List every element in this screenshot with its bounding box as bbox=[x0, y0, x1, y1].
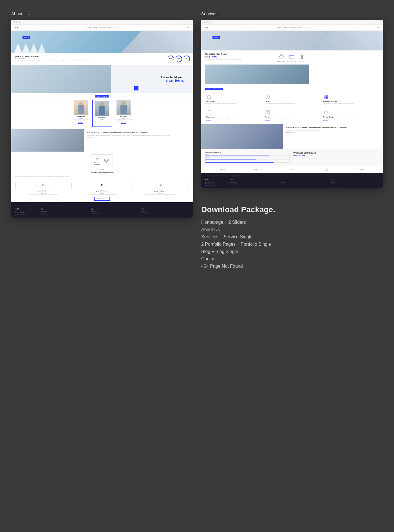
srv-footer-fb[interactable]: f bbox=[205, 182, 207, 184]
srv-menu-icon[interactable]: ≡ bbox=[377, 26, 379, 29]
award-card-loc-2: Oslo, NO bbox=[74, 193, 130, 194]
srv-exp-body: Lorem ipsum dolor sit amet, consectetur … bbox=[286, 130, 379, 131]
experience-body: Lorem ipsum dolor sit amet, consectetur … bbox=[87, 135, 189, 136]
award-content: 1st prize award bbox=[94, 156, 109, 166]
hero-shapes bbox=[11, 43, 193, 53]
jack-read-more[interactable]: Read More bbox=[114, 122, 133, 123]
maria-desc: Lorem ipsum dolor sit amet, consectetur … bbox=[71, 119, 91, 122]
our-services-text: OUR SERVICES bbox=[205, 88, 223, 90]
experience-read-more[interactable]: READ MORE bbox=[87, 138, 189, 139]
ralph-read-more[interactable]: Read More bbox=[93, 125, 111, 126]
partner-klkbase2: klkbase bbox=[357, 169, 364, 170]
architecture-card-title: Architecture bbox=[206, 101, 261, 102]
service-icon-buildings: BUILDINGS bbox=[298, 53, 306, 62]
award-card-body-3: Lorem ipsum dolor sit amet, consectetur … bbox=[133, 194, 189, 196]
award-prize-label: prize bbox=[94, 161, 100, 163]
service-card-concept: Concept Lorem ipsum dolor sit amet, cons… bbox=[264, 93, 321, 107]
concept-read-more[interactable]: Read more bbox=[265, 105, 319, 106]
project-card-body: Lorem ipsum dolor sit amet, consectetur … bbox=[265, 118, 319, 119]
skyscrapers-read-more[interactable]: Read more bbox=[206, 120, 261, 121]
services-logo: 45° bbox=[205, 26, 209, 29]
srv-footer-address: 40 Regents Architecture St 00 bbox=[205, 185, 228, 186]
maria-name: Maria Karlsen bbox=[71, 116, 91, 118]
srv-footer-col-2: 02 Our Blog blog.yourwebsite.com bbox=[281, 178, 328, 186]
browser-dot-1 bbox=[14, 21, 15, 23]
service-card-apartment: Apartment Buildings Lorem ipsum dolor si… bbox=[322, 93, 379, 107]
trophy-icon bbox=[104, 156, 109, 165]
ralph-photo bbox=[95, 101, 109, 116]
team-member-maria: Maria Karlsen Architect Lorem ipsum dolo… bbox=[71, 100, 91, 127]
creativity-pct: 93% bbox=[169, 57, 172, 59]
stat-coding: 73% Coding bbox=[183, 56, 189, 63]
ralph-figure bbox=[95, 101, 109, 116]
service-icon-family: FAMILY HOME bbox=[277, 53, 286, 62]
footer-col-3: 03 Contact info@architects.com bbox=[141, 208, 189, 216]
experience-image bbox=[11, 129, 84, 152]
srv-exp-read-more[interactable]: READ MORE bbox=[286, 132, 379, 134]
service-icon-modern: MODERN HOME bbox=[287, 53, 297, 62]
team-members: Maria Karlsen Architect Lorem ipsum dolo… bbox=[11, 99, 193, 129]
download-title: Download Package. bbox=[201, 205, 383, 214]
about-us-column: About Us 45° HOME PAGES FEATURES PROJECT… bbox=[11, 11, 193, 218]
about-gallery-title: Modern Art Gallery & Museum bbox=[15, 56, 165, 57]
srv-footer-g[interactable]: g bbox=[211, 182, 214, 184]
experience-section: How we manage to become one of the most … bbox=[11, 129, 193, 152]
design-pct: 85% bbox=[177, 57, 180, 59]
srv-footer-col-3: 03 Contact info@architects.com bbox=[331, 178, 379, 186]
award-card-date-3: 04/12/2015 bbox=[133, 190, 189, 191]
dream-bg-image bbox=[11, 65, 111, 93]
load-more-button[interactable]: LOAD MORE bbox=[94, 197, 110, 201]
services-skills-section: ProffesionalData Creativity75% Manage bbox=[201, 149, 383, 166]
nav-projects: PROJECTS bbox=[107, 27, 113, 28]
about-browser-bar bbox=[11, 20, 193, 25]
award-mini-3: 1st prize award bbox=[133, 182, 189, 189]
about-info-section: Modern Art Gallery & Museum Bucharest, R… bbox=[11, 53, 193, 65]
svg-rect-10 bbox=[208, 110, 210, 114]
triangle-4 bbox=[38, 43, 46, 53]
about-stats: 93% Creativity 85% Design 73 bbox=[167, 56, 189, 63]
skill-bar-creativity: Creativity75% bbox=[205, 154, 291, 156]
coding-ring: 73% bbox=[183, 56, 189, 61]
creativity-track bbox=[205, 156, 291, 156]
footer-social-links: f t g bbox=[15, 211, 38, 213]
award-mini-text-3: prize award bbox=[134, 186, 187, 188]
product-card-icon bbox=[323, 110, 329, 115]
footer-twitter-icon[interactable]: t bbox=[18, 211, 21, 213]
architecture-read-more[interactable]: Read more bbox=[206, 105, 261, 106]
srv-footer-tw[interactable]: t bbox=[208, 182, 211, 184]
awards-grid: 1st prize award 04/12/2015 Architecture … bbox=[11, 182, 193, 196]
product-read-more[interactable]: Read more bbox=[323, 120, 378, 121]
award-word-label: award bbox=[94, 163, 100, 165]
family-home-svg bbox=[279, 54, 284, 59]
skills-right: We make your house, your HOME Lorem ipsu… bbox=[294, 152, 379, 163]
srv-footer-col-1-num: 01 bbox=[230, 178, 278, 181]
project-read-more[interactable]: Read more bbox=[265, 120, 319, 121]
award-mini-num-2: 1st bbox=[75, 183, 129, 186]
download-item-4: 2 Portfolio Pages + Portfolio Single bbox=[201, 241, 383, 248]
maria-read-more[interactable]: Read More bbox=[71, 122, 91, 123]
apartment-read-more[interactable]: Read more bbox=[323, 105, 378, 106]
partner-klkbase bbox=[324, 168, 328, 171]
skyscrapers-svg bbox=[207, 110, 212, 115]
award-divider bbox=[103, 156, 110, 166]
award-mini-num-1: 1st bbox=[17, 183, 70, 186]
modern-home-icon bbox=[288, 53, 296, 61]
services-big-image bbox=[205, 65, 309, 84]
srv-footer-col-1: 01 Get in touch New York RdNew York NY 1… bbox=[230, 178, 278, 186]
menu-icon[interactable]: ≡ bbox=[187, 26, 189, 29]
family-home-label: FAMILY HOME bbox=[277, 61, 286, 62]
srv-exp-text: How we manage to become one of the most … bbox=[283, 124, 383, 149]
services-hero: Services CONTACT bbox=[201, 31, 383, 50]
footer-facebook-icon[interactable]: f bbox=[15, 211, 17, 213]
award-mini-2: 1st prize award bbox=[74, 182, 130, 189]
design-ring: 85% bbox=[175, 56, 181, 61]
about-footer: Lorem ipsum dolor sit amet, consectetur … bbox=[11, 202, 193, 218]
partner-fodi: FODI bbox=[291, 169, 295, 170]
srv-footer-col-2-items: blog.yourwebsite.com bbox=[281, 183, 328, 185]
footer-google-icon[interactable]: g bbox=[21, 211, 24, 213]
jack-role: Intern bbox=[114, 118, 133, 119]
apartment-card-title: Apartment Buildings bbox=[323, 101, 378, 102]
skyscrapers-card-body: Lorem ipsum dolor sit amet, consectetur … bbox=[206, 118, 261, 119]
srv-footer-logo-col: 45° f t g 40 Regents Architecture St 00 bbox=[205, 178, 228, 186]
services-browser-bar bbox=[201, 20, 383, 25]
